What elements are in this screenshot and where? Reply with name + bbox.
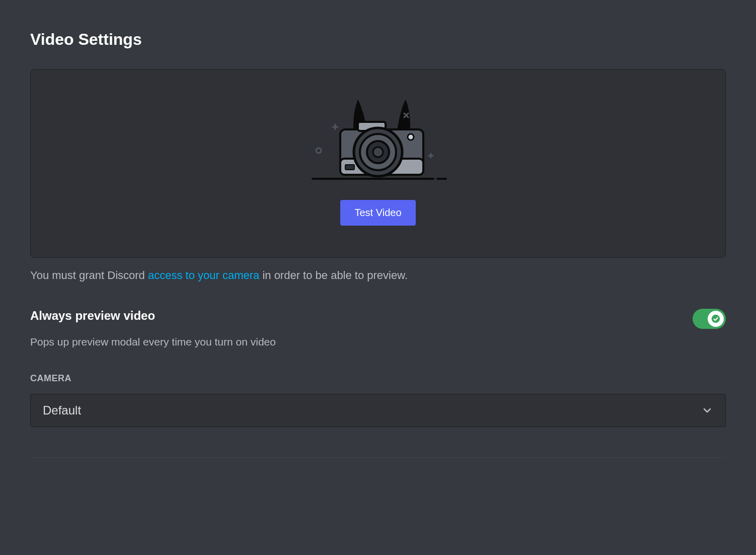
svg-point-0: [316, 148, 321, 153]
camera-access-link[interactable]: access to your camera: [148, 269, 259, 282]
always-preview-label: Always preview video: [30, 309, 155, 323]
always-preview-description: Pops up preview modal every time you tur…: [30, 336, 726, 348]
toggle-thumb: [708, 311, 724, 327]
camera-select-value: Default: [43, 403, 81, 418]
chevron-down-icon: [701, 404, 713, 417]
permission-suffix: in order to be able to preview.: [259, 269, 408, 282]
camera-permission-text: You must grant Discord access to your ca…: [30, 268, 726, 284]
always-preview-row: Always preview video: [30, 309, 726, 329]
svg-rect-4: [345, 165, 354, 170]
svg-point-9: [373, 147, 383, 157]
video-preview-panel: Test Video: [30, 69, 726, 258]
always-preview-toggle[interactable]: [693, 309, 726, 329]
section-divider: [30, 457, 726, 458]
check-icon: [711, 314, 720, 323]
svg-point-5: [408, 134, 414, 140]
camera-select[interactable]: Default: [30, 394, 726, 427]
page-title: Video Settings: [30, 30, 726, 49]
permission-prefix: You must grant Discord: [30, 269, 148, 282]
camera-illustration: [308, 94, 448, 185]
svg-point-12: [712, 315, 720, 323]
camera-section-label: CAMERA: [30, 373, 726, 384]
test-video-button[interactable]: Test Video: [340, 200, 415, 226]
